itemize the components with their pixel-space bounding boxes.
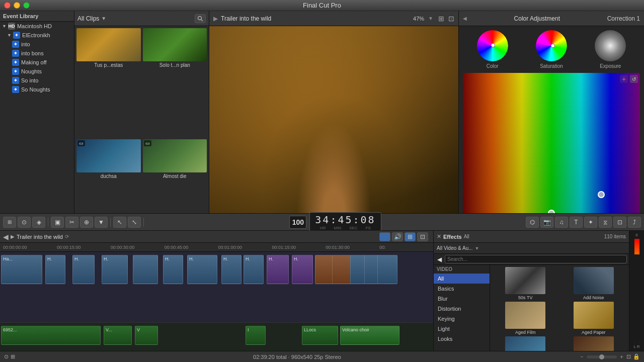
camera-button[interactable]: 📷 (540, 217, 553, 228)
zoom-dropdown[interactable]: ▼ (428, 16, 433, 21)
cat-all[interactable]: All (434, 274, 490, 284)
saturation-wheel[interactable] (536, 30, 567, 61)
timeline-back-icon[interactable]: ◀ (3, 233, 9, 241)
effect-more1[interactable] (492, 336, 559, 351)
clip-item-tus[interactable]: Tus p...estas (76, 28, 141, 137)
tool-select[interactable]: ▣ (51, 217, 64, 228)
clip-h15[interactable] (377, 255, 397, 284)
effect-more2[interactable] (560, 336, 627, 351)
tree-item-noughts[interactable]: ✦ Noughts (0, 67, 74, 76)
clip-h1[interactable]: H. (45, 255, 65, 284)
cat-keying[interactable]: Keying (434, 314, 490, 324)
title-button[interactable]: T (570, 217, 583, 228)
clip-h5[interactable]: H. (163, 255, 183, 284)
effects-collapse-icon[interactable]: ◀ (436, 256, 443, 263)
clip-h3[interactable]: H. (102, 255, 128, 284)
effects-close-icon[interactable]: ✕ (437, 233, 441, 240)
zoom-lock-icon[interactable]: 🔒 (633, 353, 640, 360)
audio-clip-v1[interactable]: V... (104, 326, 132, 345)
cat-distortion[interactable]: Distortion (434, 304, 490, 314)
clip-h12[interactable] (332, 255, 352, 284)
library-button[interactable]: ⊞ (3, 217, 16, 228)
tool-blade[interactable]: ✂ (65, 217, 78, 228)
clip-view-toggle[interactable]: ⊞ (405, 232, 416, 241)
skimming-button[interactable]: ◈ (32, 217, 45, 228)
cat-light[interactable]: Light (434, 324, 490, 334)
preview-expand-icon[interactable]: ⊡ (448, 15, 454, 23)
curve-point-3[interactable] (598, 191, 605, 198)
audio-clip-6952[interactable]: 6952... (1, 326, 101, 345)
inspector-button[interactable]: ⊡ (613, 217, 626, 228)
clip-h8[interactable]: H. (244, 255, 264, 284)
exposure-wheel[interactable] (595, 30, 626, 61)
transform-tool[interactable]: ⌬ (526, 217, 539, 228)
clip-h7[interactable]: H. (221, 255, 242, 284)
tool-dropdown[interactable]: ▼ (95, 217, 108, 228)
effect-agedpaper[interactable]: Aged Paper (560, 302, 627, 335)
color-wheel[interactable] (477, 30, 508, 61)
tree-item-electronikh[interactable]: ▼ ✦ ElEctronikh (0, 31, 74, 40)
cat-basics[interactable]: Basics (434, 284, 490, 294)
music-button[interactable]: ♫ (555, 217, 568, 228)
share-button[interactable]: ⤴ (628, 217, 641, 228)
tree-item-so-into[interactable]: ✦ So into (0, 76, 74, 85)
status-icon-2[interactable]: ⊞ (11, 353, 15, 360)
clip-item-solo[interactable]: Solo t...n plan (143, 28, 207, 137)
timecode-counter: 100 (289, 216, 306, 229)
video-toggle[interactable] (379, 232, 390, 241)
zoom-slider[interactable] (587, 355, 617, 358)
clip-h2[interactable]: H. (72, 255, 95, 284)
clip-h10[interactable]: H. (292, 255, 313, 284)
audio-clip-label: LLocs (302, 326, 338, 333)
tree-item-into-bons[interactable]: ✦ into bons (0, 49, 74, 58)
snap-button[interactable]: ⊙ (18, 217, 31, 228)
effect-addnoise[interactable]: Add Noise (560, 267, 627, 300)
tool-position[interactable]: ⊕ (80, 217, 93, 228)
wheel-dot[interactable] (491, 43, 495, 47)
trim-tool[interactable]: ⤡ (128, 217, 141, 228)
reset-curve-button[interactable]: ↺ (630, 75, 638, 83)
zoom-in-icon[interactable]: ＋ (619, 353, 624, 360)
clips-dropdown-arrow[interactable]: ▼ (101, 16, 106, 21)
status-text: 02:39:20 total · 960x540 25p Stereo (19, 354, 575, 360)
close-button[interactable] (4, 2, 11, 9)
audio-clip-v2[interactable]: V (135, 326, 158, 345)
audio-clip-llocs[interactable]: LLocs (302, 326, 338, 345)
minimize-button[interactable] (14, 2, 20, 9)
audio-toggle[interactable]: 🔊 (392, 232, 403, 241)
maximize-button[interactable] (23, 2, 30, 9)
color-back-icon[interactable]: ◀ (463, 16, 467, 21)
preview-settings-icon[interactable]: ⊞ (438, 15, 444, 23)
toolbar-separator-2 (110, 218, 111, 227)
clip-thumbnail: ▭ (76, 139, 141, 172)
clip-h4[interactable] (133, 255, 158, 284)
clip-ha[interactable]: Ha... (1, 255, 42, 284)
zoom-slider-thumb[interactable] (599, 354, 604, 359)
add-control-point-button[interactable]: + (620, 75, 628, 83)
cat-looks[interactable]: Looks (434, 334, 490, 344)
tree-item-into[interactable]: ✦ into (0, 40, 74, 49)
clip-h9[interactable]: H. (267, 255, 289, 284)
audio-clip-i[interactable]: I (246, 326, 266, 345)
clips-search-button[interactable] (195, 14, 206, 23)
clip-h6[interactable]: H. (187, 255, 217, 284)
tree-item-macintosh-hd[interactable]: ▼ HD Macintosh HD (0, 22, 74, 31)
transition-button[interactable]: ⧖ (599, 217, 612, 228)
status-icon-1[interactable]: ⊙ (4, 353, 9, 360)
zoom-out-icon[interactable]: － (579, 353, 585, 360)
effects-filter-bar: All Video & Au... ▼ (434, 243, 629, 254)
zoom-fit-icon[interactable]: ⊡ (626, 353, 631, 360)
audio-clip-volcano[interactable]: Volcano choir (340, 326, 399, 345)
timeline-controls: 🔊 ⊞ ⊡ (379, 232, 428, 241)
effects-search-input[interactable] (445, 255, 627, 263)
generator-button[interactable]: ✦ (584, 217, 597, 228)
zoom-to-fit[interactable]: ⊡ (417, 232, 428, 241)
select-tool[interactable]: ↖ (113, 217, 126, 228)
tree-item-making-off[interactable]: ✦ Making off (0, 58, 74, 67)
effect-agedfilm[interactable]: Aged Film (492, 302, 559, 335)
wheel-dot[interactable] (551, 44, 555, 48)
effects-filter-dropdown[interactable]: ▼ (475, 246, 479, 251)
cat-blur[interactable]: Blur (434, 294, 490, 304)
effect-50stv[interactable]: 50s TV (492, 267, 559, 300)
tree-item-so-noughts[interactable]: ✦ So Noughts (0, 85, 74, 94)
